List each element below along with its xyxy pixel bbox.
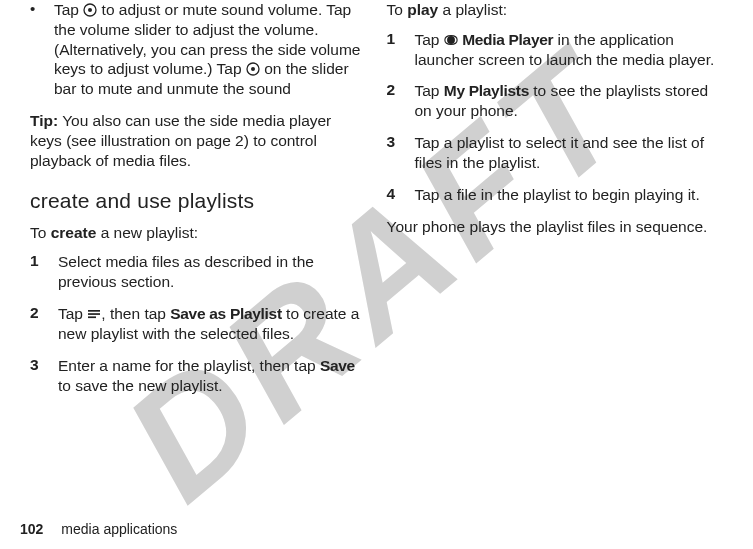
text-bold: Save: [320, 357, 355, 374]
step-item: 4 Tap a file in the playlist to begin pl…: [387, 185, 724, 205]
text-segment: Tap: [415, 31, 444, 48]
text-segment: Tap: [54, 1, 83, 18]
text-segment: Enter a name for the playlist, then tap: [58, 357, 320, 374]
right-column: To play a playlist: 1 Tap Media Player i…: [377, 0, 734, 510]
step-text: Select media files as described in the p…: [58, 252, 367, 292]
intro-line: To play a playlist:: [387, 0, 724, 20]
tip-label: Tip:: [30, 112, 58, 129]
step-item: 3 Tap a playlist to select it and see th…: [387, 133, 724, 173]
step-text: Tap , then tap Save as Playlist to creat…: [58, 304, 367, 344]
text-segment: To: [30, 224, 51, 241]
outro-paragraph: Your phone plays the playlist files in s…: [387, 217, 724, 237]
step-item: 1 Select media files as described in the…: [30, 252, 367, 292]
left-column: • Tap to adjust or mute sound volume. Ta…: [20, 0, 377, 510]
menu-icon: [87, 307, 101, 321]
svg-rect-4: [88, 310, 100, 312]
page-footer: 102media applications: [20, 521, 177, 537]
step-text: Tap a playlist to select it and see the …: [415, 133, 724, 173]
step-text: Tap My Playlists to see the playlists st…: [415, 81, 724, 121]
bullet-text: Tap to adjust or mute sound volume. Tap …: [54, 0, 367, 99]
bullet-marker: •: [30, 0, 54, 99]
text-segment: to save the new playlist.: [58, 377, 223, 394]
step-text: Tap a file in the playlist to begin play…: [415, 185, 700, 205]
step-item: 2 Tap My Playlists to see the playlists …: [387, 81, 724, 121]
step-number: 1: [387, 30, 415, 70]
svg-point-3: [251, 67, 255, 71]
step-item: 2 Tap , then tap Save as Playlist to cre…: [30, 304, 367, 344]
text-bold: Save as Playlist: [170, 305, 282, 322]
text-segment: a playlist:: [438, 1, 507, 18]
volume-icon: [83, 3, 97, 17]
tip-paragraph: Tip: You also can use the side media pla…: [30, 111, 367, 170]
svg-point-1: [88, 8, 92, 12]
step-number: 2: [30, 304, 58, 344]
text-segment: Tap: [415, 82, 444, 99]
step-number: 1: [30, 252, 58, 292]
volume-icon: [246, 62, 260, 76]
step-text: Tap Media Player in the application laun…: [415, 30, 724, 70]
step-item: 3 Enter a name for the playlist, then ta…: [30, 356, 367, 396]
svg-rect-5: [88, 313, 100, 315]
page-number: 102: [20, 521, 43, 537]
step-number: 2: [387, 81, 415, 121]
text-bold: play: [407, 1, 438, 18]
step-item: 1 Tap Media Player in the application la…: [387, 30, 724, 70]
text-bold: My Playlists: [444, 82, 529, 99]
step-number: 4: [387, 185, 415, 205]
step-text: Enter a name for the playlist, then tap …: [58, 356, 367, 396]
media-player-icon: [444, 33, 458, 47]
step-number: 3: [30, 356, 58, 396]
section-heading: create and use playlists: [30, 189, 367, 213]
text-bold: create: [51, 224, 97, 241]
footer-label: media applications: [61, 521, 177, 537]
text-segment: a new playlist:: [96, 224, 198, 241]
intro-line: To create a new playlist:: [30, 223, 367, 243]
text-segment: Tap: [58, 305, 87, 322]
bullet-item: • Tap to adjust or mute sound volume. Ta…: [30, 0, 367, 99]
step-number: 3: [387, 133, 415, 173]
svg-point-7: [447, 36, 455, 44]
text-bold: Media Player: [462, 31, 553, 48]
text-segment: , then tap: [101, 305, 170, 322]
tip-text: You also can use the side media player k…: [30, 112, 331, 169]
text-segment: To: [387, 1, 408, 18]
text-segment: in the application launcher screen to la…: [415, 31, 715, 68]
svg-rect-6: [88, 317, 96, 319]
page-content: • Tap to adjust or mute sound volume. Ta…: [0, 0, 753, 510]
